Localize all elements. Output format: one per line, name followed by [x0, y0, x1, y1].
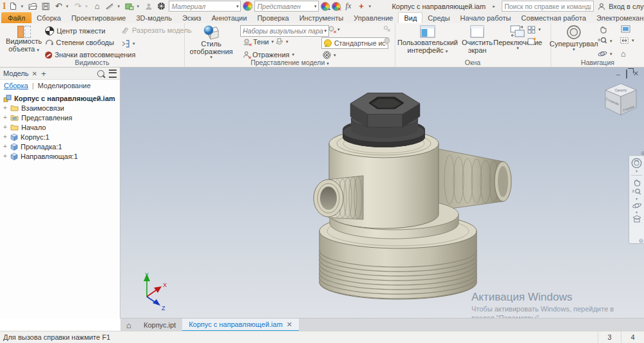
adjust-appearance-icon[interactable]: + [321, 2, 330, 11]
parameters-fx-icon[interactable]: fx [343, 1, 354, 11]
visual-styles-combo[interactable]: Наборы визуальных пара▾ [240, 25, 329, 37]
navbar-zoom-dropdown[interactable]: ▾ [636, 198, 638, 200]
annotation-visibility-button[interactable]: ▾ [121, 40, 135, 48]
new-file-dropdown[interactable]: ▾ [21, 4, 25, 9]
browser-search-icon[interactable] [97, 70, 104, 77]
ground-plane-button[interactable]: ▾ [275, 38, 289, 45]
clear-appearance-icon[interactable]: ✕ [332, 2, 341, 11]
measure-dropdown[interactable]: ▾ [117, 4, 122, 9]
expander-icon[interactable]: + [3, 143, 8, 150]
navbar-minimize-icon[interactable]: ⊖ [638, 237, 643, 244]
new-window-button[interactable] [527, 37, 536, 45]
browser-tab-close-icon[interactable]: ✕ [32, 70, 37, 77]
material-combo[interactable]: Материал▾ [169, 1, 241, 12]
orbit-button[interactable]: ▾ [598, 50, 612, 58]
assembly-3d-model[interactable] [310, 82, 523, 304]
shadows-button[interactable]: Тени ▾ [243, 38, 274, 46]
doc-tab-close-icon[interactable]: ✕ [287, 320, 292, 329]
tab-collaborate[interactable]: Совместная работа [516, 12, 591, 23]
graphics-viewport[interactable]: – ✕ [120, 68, 644, 319]
navbar-orbit-dropdown[interactable]: ▾ [636, 211, 638, 214]
tab-sketch[interactable]: Эскиз [177, 12, 206, 23]
doc-tab-korpus[interactable]: Корпус.ipt [137, 319, 182, 331]
display-style-button[interactable]: Стиль отображения ▾ [187, 24, 236, 59]
appearance-combo[interactable]: Представлен▾ [254, 1, 319, 12]
home-view-button[interactable]: ⌂ [621, 49, 626, 59]
navbar-close-icon[interactable]: ⊗ [640, 150, 644, 156]
sign-in-person-icon[interactable] [596, 1, 607, 11]
expander-icon[interactable]: + [3, 104, 8, 111]
viewcube[interactable]: Сверху Спереди Справа [602, 80, 639, 122]
doc-close-button[interactable]: ✕ [633, 70, 639, 78]
expander-icon[interactable]: + [3, 133, 8, 140]
tab-get-started[interactable]: Начало работы [455, 12, 516, 23]
zoom-window-button[interactable] [621, 25, 630, 33]
pan-button[interactable] [599, 25, 607, 33]
tab-assembly[interactable]: Сборка [32, 12, 66, 23]
tab-manage[interactable]: Управление [348, 12, 398, 23]
render-wheel-icon[interactable] [156, 1, 167, 11]
tab-file[interactable]: Файл [1, 12, 32, 23]
doc-minimize-button[interactable]: – [616, 70, 620, 78]
qat-customize-dropdown[interactable]: ▾ [368, 4, 373, 9]
home-tab-icon[interactable]: ⌂ [120, 319, 137, 331]
tile-windows-button[interactable]: ▾ [527, 26, 541, 33]
tree-node-korpus[interactable]: + Корпус:1 [0, 132, 120, 142]
tab-3d-model[interactable]: 3D-модель [131, 12, 177, 23]
home-icon[interactable]: ⌂ [91, 1, 102, 11]
browser-menu-icon[interactable] [109, 70, 117, 78]
navbar-steering-wheel-button[interactable] [631, 158, 642, 169]
zoom-all-button[interactable]: ▾ [620, 37, 634, 44]
measure-icon[interactable] [104, 1, 115, 11]
tree-node-relationships[interactable]: + Взаимосвязи [0, 103, 120, 113]
reflections-button[interactable]: Отражения ▾ [243, 51, 294, 59]
navbar-orbit-button[interactable] [632, 201, 642, 210]
tab-design[interactable]: Проектирование [66, 12, 131, 23]
undo-dropdown[interactable]: ▾ [66, 4, 70, 9]
undo-icon[interactable]: ↶ [53, 1, 64, 11]
tree-node-origin[interactable]: + Начало [0, 122, 120, 132]
navbar-zoom-button[interactable]: ± [632, 188, 641, 196]
degrees-of-freedom-button[interactable]: Степени свободы [45, 39, 114, 46]
tab-environments[interactable]: Среды [422, 12, 455, 23]
tab-inspect[interactable]: Проверка [252, 12, 294, 23]
steering-wheel-button[interactable]: Суперштурвал ▾ [553, 24, 595, 51]
color-wheel-icon[interactable] [243, 1, 252, 11]
browser-add-tab-button[interactable]: + [41, 69, 46, 79]
expander-icon[interactable]: + [3, 114, 8, 121]
navbar-pan-button[interactable] [632, 178, 641, 187]
assembly-link[interactable]: Сборка [4, 82, 28, 89]
tree-node-napravlyayushchaya[interactable]: + Направляющая:1 [0, 151, 120, 161]
sign-in-link[interactable]: Вход в службы [609, 3, 644, 10]
help-search-input[interactable] [502, 1, 594, 12]
zoom-button[interactable]: ± ▾ [598, 37, 612, 45]
new-file-icon[interactable] [8, 1, 19, 11]
component-icon[interactable] [124, 1, 135, 11]
doc-tab-korpus-s-napravlyayushchey[interactable]: Корпус с направляющей.iam✕ [182, 319, 299, 331]
tab-annotate[interactable]: Аннотации [206, 12, 252, 23]
browser-tab-model[interactable]: Модель✕ [3, 70, 37, 77]
expander-icon[interactable]: + [3, 124, 8, 131]
center-of-gravity-button[interactable]: Центр тяжести [45, 26, 106, 35]
navbar-wheel-dropdown[interactable]: ▾ [636, 170, 638, 172]
open-file-icon[interactable] [27, 1, 38, 11]
modeling-link[interactable]: Моделирование [38, 82, 91, 89]
navbar-look-at-button[interactable] [632, 215, 642, 223]
tree-node-prokladka[interactable]: + Прокладка:1 [0, 142, 120, 151]
expander-icon[interactable]: + [3, 153, 8, 160]
object-visibility-button[interactable]: Видимость объекта ▾ [5, 26, 43, 53]
tree-node-representations[interactable]: + Представления [0, 113, 120, 122]
lights-combo[interactable]: Стандартные ис▾ [321, 37, 388, 49]
save-icon[interactable] [40, 1, 51, 11]
tab-tools[interactable]: Инструменты [294, 12, 349, 23]
tab-view[interactable]: Вид [398, 12, 422, 23]
lamp-off-button[interactable]: ▾ [328, 26, 340, 33]
user-interface-button[interactable]: Пользовательский интерфейс ▾ [398, 24, 457, 54]
tab-electromechanical[interactable]: Электромеханический проект [591, 12, 644, 23]
component-dropdown[interactable]: ▾ [137, 4, 141, 9]
doc-restore-button[interactable] [626, 70, 627, 78]
imate-glyphs-button[interactable]: Значки автосовмещения [45, 51, 135, 59]
add-icon[interactable]: + [355, 1, 366, 11]
tree-root-assembly[interactable]: Корпус с направляющей.iam [0, 93, 120, 103]
clean-screen-button[interactable]: Очистить экран [459, 24, 495, 54]
